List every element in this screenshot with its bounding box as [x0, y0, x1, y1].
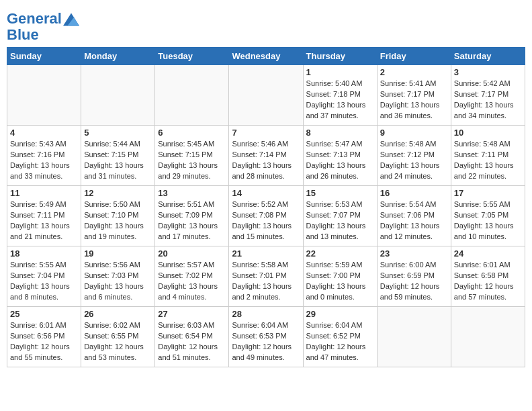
- day-number: 23: [380, 248, 448, 259]
- day-info: Sunrise: 6:02 AMSunset: 6:55 PMDaylight:…: [84, 320, 152, 363]
- day-number: 28: [232, 309, 300, 319]
- day-info: Sunrise: 6:04 AMSunset: 6:52 PMDaylight:…: [306, 320, 374, 363]
- calendar-cell: 9Sunrise: 5:48 AMSunset: 7:12 PMDaylight…: [377, 126, 451, 186]
- calendar-cell: 10Sunrise: 5:48 AMSunset: 7:11 PMDayligh…: [451, 126, 525, 186]
- day-number: 24: [454, 248, 522, 259]
- logo: GeneralBlue: [7, 11, 79, 43]
- calendar-cell: 13Sunrise: 5:51 AMSunset: 7:09 PMDayligh…: [155, 186, 229, 246]
- day-info: Sunrise: 5:43 AMSunset: 7:16 PMDaylight:…: [10, 139, 78, 182]
- calendar-cell: 21Sunrise: 5:58 AMSunset: 7:01 PMDayligh…: [229, 246, 303, 307]
- day-info: Sunrise: 5:59 AMSunset: 7:00 PMDaylight:…: [306, 260, 374, 303]
- weekday-header-tuesday: Tuesday: [155, 48, 229, 65]
- day-number: 12: [84, 188, 152, 198]
- day-number: 27: [158, 309, 226, 319]
- day-number: 15: [306, 188, 374, 198]
- day-info: Sunrise: 6:04 AMSunset: 6:53 PMDaylight:…: [232, 320, 300, 363]
- weekday-header-friday: Friday: [377, 48, 451, 65]
- calendar-cell: 19Sunrise: 5:56 AMSunset: 7:03 PMDayligh…: [81, 246, 155, 307]
- day-info: Sunrise: 5:47 AMSunset: 7:13 PMDaylight:…: [306, 139, 374, 182]
- calendar-cell: 22Sunrise: 5:59 AMSunset: 7:00 PMDayligh…: [303, 246, 377, 307]
- day-number: 16: [380, 188, 448, 198]
- calendar-cell: 12Sunrise: 5:50 AMSunset: 7:10 PMDayligh…: [81, 186, 155, 246]
- day-number: 14: [232, 188, 300, 198]
- day-number: 19: [84, 248, 152, 259]
- calendar-cell: 27Sunrise: 6:03 AMSunset: 6:54 PMDayligh…: [155, 307, 229, 367]
- day-info: Sunrise: 5:55 AMSunset: 7:04 PMDaylight:…: [10, 260, 78, 303]
- day-number: 21: [232, 248, 300, 259]
- day-info: Sunrise: 5:49 AMSunset: 7:11 PMDaylight:…: [10, 199, 78, 242]
- day-number: 5: [84, 128, 152, 138]
- day-number: 4: [10, 128, 78, 138]
- calendar-cell: 23Sunrise: 6:00 AMSunset: 6:59 PMDayligh…: [377, 246, 451, 307]
- calendar-cell: [377, 307, 451, 367]
- day-info: Sunrise: 6:03 AMSunset: 6:54 PMDaylight:…: [158, 320, 226, 363]
- calendar-cell: 28Sunrise: 6:04 AMSunset: 6:53 PMDayligh…: [229, 307, 303, 367]
- weekday-header-wednesday: Wednesday: [229, 48, 303, 65]
- weekday-header-monday: Monday: [81, 48, 155, 65]
- calendar-cell: 1Sunrise: 5:40 AMSunset: 7:18 PMDaylight…: [303, 65, 377, 126]
- day-info: Sunrise: 5:58 AMSunset: 7:01 PMDaylight:…: [232, 260, 300, 303]
- day-number: 18: [10, 248, 78, 259]
- weekday-header-thursday: Thursday: [303, 48, 377, 65]
- calendar-cell: [81, 65, 155, 126]
- day-info: Sunrise: 5:45 AMSunset: 7:15 PMDaylight:…: [158, 139, 226, 182]
- day-info: Sunrise: 5:48 AMSunset: 7:11 PMDaylight:…: [454, 139, 522, 182]
- day-number: 26: [84, 309, 152, 319]
- day-number: 2: [380, 67, 448, 77]
- calendar-cell: 14Sunrise: 5:52 AMSunset: 7:08 PMDayligh…: [229, 186, 303, 246]
- day-number: 29: [306, 309, 374, 319]
- day-number: 3: [454, 67, 522, 77]
- day-info: Sunrise: 5:41 AMSunset: 7:17 PMDaylight:…: [380, 79, 448, 122]
- calendar-cell: 24Sunrise: 6:01 AMSunset: 6:58 PMDayligh…: [451, 246, 525, 307]
- day-info: Sunrise: 5:57 AMSunset: 7:02 PMDaylight:…: [158, 260, 226, 303]
- day-info: Sunrise: 5:48 AMSunset: 7:12 PMDaylight:…: [380, 139, 448, 182]
- day-number: 13: [158, 188, 226, 198]
- day-number: 22: [306, 248, 374, 259]
- calendar-cell: 5Sunrise: 5:44 AMSunset: 7:15 PMDaylight…: [81, 126, 155, 186]
- calendar-cell: 17Sunrise: 5:55 AMSunset: 7:05 PMDayligh…: [451, 186, 525, 246]
- calendar-cell: 7Sunrise: 5:46 AMSunset: 7:14 PMDaylight…: [229, 126, 303, 186]
- calendar-cell: 26Sunrise: 6:02 AMSunset: 6:55 PMDayligh…: [81, 307, 155, 367]
- calendar-cell: 18Sunrise: 5:55 AMSunset: 7:04 PMDayligh…: [7, 246, 81, 307]
- calendar-cell: 8Sunrise: 5:47 AMSunset: 7:13 PMDaylight…: [303, 126, 377, 186]
- calendar-cell: [7, 65, 81, 126]
- calendar-cell: 25Sunrise: 6:01 AMSunset: 6:56 PMDayligh…: [7, 307, 81, 367]
- calendar-cell: 20Sunrise: 5:57 AMSunset: 7:02 PMDayligh…: [155, 246, 229, 307]
- day-info: Sunrise: 5:51 AMSunset: 7:09 PMDaylight:…: [158, 199, 226, 242]
- calendar-cell: 4Sunrise: 5:43 AMSunset: 7:16 PMDaylight…: [7, 126, 81, 186]
- day-info: Sunrise: 5:50 AMSunset: 7:10 PMDaylight:…: [84, 199, 152, 242]
- calendar-table: SundayMondayTuesdayWednesdayThursdayFrid…: [7, 47, 525, 367]
- day-info: Sunrise: 6:01 AMSunset: 6:56 PMDaylight:…: [10, 320, 78, 363]
- page-header: GeneralBlue: [7, 7, 525, 43]
- day-info: Sunrise: 5:53 AMSunset: 7:07 PMDaylight:…: [306, 199, 374, 242]
- calendar-cell: [451, 307, 525, 367]
- day-info: Sunrise: 5:52 AMSunset: 7:08 PMDaylight:…: [232, 199, 300, 242]
- weekday-header-sunday: Sunday: [7, 48, 81, 65]
- calendar-cell: 2Sunrise: 5:41 AMSunset: 7:17 PMDaylight…: [377, 65, 451, 126]
- calendar-cell: [229, 65, 303, 126]
- calendar-cell: [155, 65, 229, 126]
- calendar-cell: 29Sunrise: 6:04 AMSunset: 6:52 PMDayligh…: [303, 307, 377, 367]
- day-number: 11: [10, 188, 78, 198]
- logo-text: GeneralBlue: [7, 11, 79, 43]
- calendar-cell: 3Sunrise: 5:42 AMSunset: 7:17 PMDaylight…: [451, 65, 525, 126]
- calendar-cell: 15Sunrise: 5:53 AMSunset: 7:07 PMDayligh…: [303, 186, 377, 246]
- day-info: Sunrise: 6:01 AMSunset: 6:58 PMDaylight:…: [454, 260, 522, 303]
- day-info: Sunrise: 5:46 AMSunset: 7:14 PMDaylight:…: [232, 139, 300, 182]
- day-number: 6: [158, 128, 226, 138]
- day-info: Sunrise: 5:54 AMSunset: 7:06 PMDaylight:…: [380, 199, 448, 242]
- calendar-cell: 11Sunrise: 5:49 AMSunset: 7:11 PMDayligh…: [7, 186, 81, 246]
- day-number: 25: [10, 309, 78, 319]
- day-info: Sunrise: 5:40 AMSunset: 7:18 PMDaylight:…: [306, 79, 374, 122]
- day-number: 10: [454, 128, 522, 138]
- day-info: Sunrise: 5:56 AMSunset: 7:03 PMDaylight:…: [84, 260, 152, 303]
- day-info: Sunrise: 5:55 AMSunset: 7:05 PMDaylight:…: [454, 199, 522, 242]
- day-info: Sunrise: 5:44 AMSunset: 7:15 PMDaylight:…: [84, 139, 152, 182]
- calendar-cell: 16Sunrise: 5:54 AMSunset: 7:06 PMDayligh…: [377, 186, 451, 246]
- calendar-cell: 6Sunrise: 5:45 AMSunset: 7:15 PMDaylight…: [155, 126, 229, 186]
- day-number: 8: [306, 128, 374, 138]
- day-number: 7: [232, 128, 300, 138]
- weekday-header-saturday: Saturday: [451, 48, 525, 65]
- day-number: 20: [158, 248, 226, 259]
- day-info: Sunrise: 6:00 AMSunset: 6:59 PMDaylight:…: [380, 260, 448, 303]
